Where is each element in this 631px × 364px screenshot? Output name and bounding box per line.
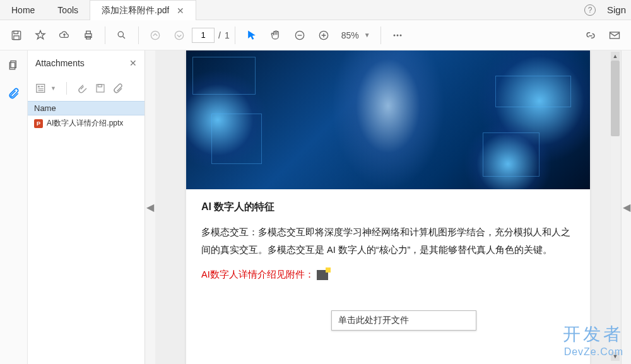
sign-in-button[interactable]: Sign <box>607 4 626 15</box>
svg-rect-14 <box>610 32 620 38</box>
help-icon[interactable]: ? <box>584 4 596 16</box>
mail-button[interactable] <box>603 24 626 47</box>
zoom-in-button[interactable] <box>312 24 335 47</box>
tab-document[interactable]: 添加注释附件.pdf ✕ <box>90 0 196 20</box>
page-number-input[interactable] <box>192 28 215 43</box>
search-button[interactable] <box>110 24 133 47</box>
vertical-scrollbar[interactable]: ▲ ▼ <box>611 52 620 361</box>
scroll-up-button[interactable]: ▲ <box>611 52 620 61</box>
print-button[interactable] <box>77 24 100 47</box>
tab-document-label: 添加注释附件.pdf <box>102 5 169 16</box>
link-button[interactable] <box>579 24 602 47</box>
open-file-tooltip[interactable]: 单击此处打开文件 <box>331 310 476 331</box>
document-view[interactable]: AI 数字人的特征 多模态交互：多模态交互即将深度学习神经网络和计算机图形学结合… <box>155 50 621 364</box>
more-tools-button[interactable] <box>386 24 409 47</box>
svg-point-12 <box>396 34 398 36</box>
zoom-out-button[interactable] <box>288 24 311 47</box>
scroll-down-button[interactable]: ▼ <box>611 352 620 361</box>
page-up-button[interactable] <box>144 24 167 47</box>
left-rail <box>0 50 28 364</box>
scroll-thumb[interactable] <box>611 61 620 136</box>
svg-rect-17 <box>37 85 45 93</box>
panel-column-name[interactable]: Name <box>28 101 144 115</box>
pdf-page: AI 数字人的特征 多模态交互：多模态交互即将深度学习神经网络和计算机图形学结合… <box>186 50 590 364</box>
page-separator: / <box>218 30 221 40</box>
attachment-item-label: AI数字人详情介绍.pptx <box>47 118 123 129</box>
doc-paragraph: 多模态交互：多模态交互即将深度学习神经网络和计算机图形学结合，充分模拟人和人之间… <box>201 224 575 259</box>
svg-point-11 <box>393 34 395 36</box>
zoom-value: 85% <box>341 30 359 40</box>
hand-tool-button[interactable] <box>264 24 287 47</box>
panel-close-icon[interactable]: ✕ <box>129 58 137 68</box>
svg-point-6 <box>118 32 123 37</box>
main-toolbar: / 1 85% ▼ <box>0 20 631 50</box>
page-total: 1 <box>225 30 230 40</box>
tab-tools[interactable]: Tools <box>46 0 90 20</box>
svg-point-13 <box>399 34 401 36</box>
svg-rect-20 <box>98 85 102 87</box>
cloud-upload-button[interactable] <box>53 24 76 47</box>
page-down-button[interactable] <box>168 24 191 47</box>
attachment-annotation-icon[interactable] <box>317 270 328 280</box>
save-button[interactable] <box>5 24 28 47</box>
zoom-select[interactable]: 85% ▼ <box>336 30 375 40</box>
svg-point-7 <box>151 31 159 39</box>
panel-add-button[interactable] <box>112 83 124 94</box>
collapse-right-handle[interactable]: ◀ <box>621 50 631 364</box>
svg-rect-2 <box>14 35 19 39</box>
attachment-item[interactable]: P AI数字人详情介绍.pptx <box>28 115 144 131</box>
doc-heading: AI 数字人的特征 <box>201 201 575 214</box>
selection-tool-button[interactable] <box>240 24 263 47</box>
panel-title: Attachments <box>35 58 85 68</box>
thumbnails-rail-button[interactable] <box>6 58 21 73</box>
svg-rect-1 <box>14 31 18 33</box>
svg-point-8 <box>175 31 183 39</box>
star-button[interactable] <box>29 24 52 47</box>
main-area: Attachments ✕ ▼ Name P AI数字人详情介绍.pptx ◀ <box>0 50 631 364</box>
panel-open-button[interactable] <box>77 83 88 94</box>
tab-home[interactable]: Home <box>0 0 46 20</box>
attachments-rail-button[interactable] <box>6 86 21 101</box>
svg-rect-4 <box>86 31 91 33</box>
doc-attachment-line: AI数字人详情介绍见附件： <box>201 269 314 281</box>
close-icon[interactable]: ✕ <box>177 6 184 16</box>
powerpoint-icon: P <box>34 119 43 128</box>
panel-save-button[interactable] <box>95 83 106 94</box>
hero-image <box>186 50 590 189</box>
chevron-down-icon: ▼ <box>364 32 370 38</box>
svg-point-18 <box>38 86 40 87</box>
collapse-left-handle[interactable]: ◀ <box>145 50 155 364</box>
attachments-panel: Attachments ✕ ▼ Name P AI数字人详情介绍.pptx <box>28 50 145 364</box>
top-tab-bar: Home Tools 添加注释附件.pdf ✕ ? Sign <box>0 0 631 20</box>
panel-options-button[interactable]: ▼ <box>35 83 56 94</box>
